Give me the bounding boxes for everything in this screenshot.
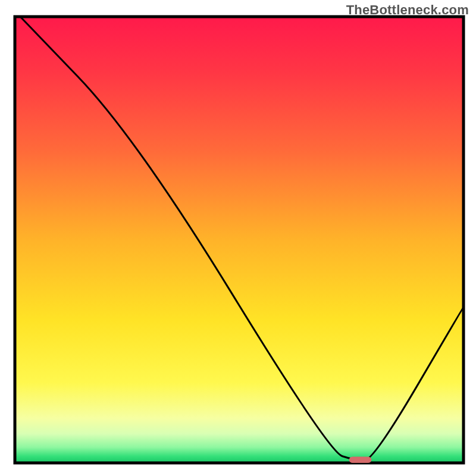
plot-background bbox=[15, 17, 464, 463]
chart-frame: TheBottleneck.com bbox=[0, 0, 476, 476]
watermark-text: TheBottleneck.com bbox=[346, 2, 469, 18]
bottleneck-chart bbox=[0, 0, 476, 476]
optimal-marker bbox=[349, 457, 372, 464]
